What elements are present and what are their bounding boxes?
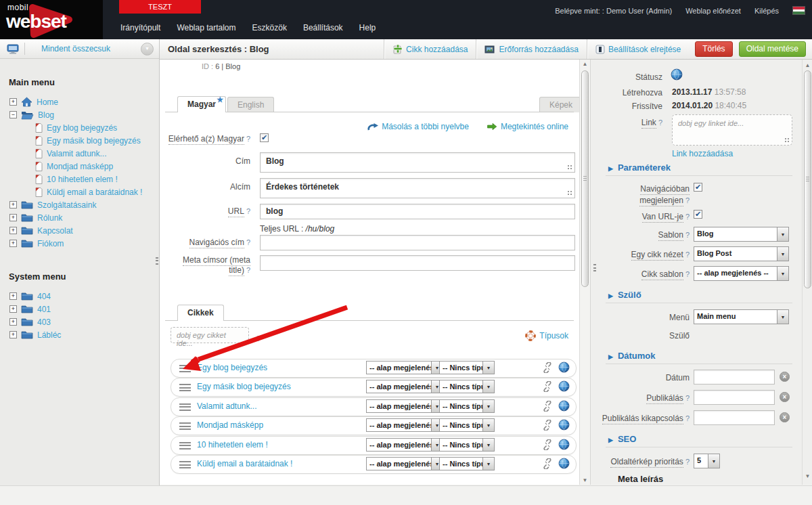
tree-link[interactable]: Lábléc [37,330,61,340]
sidebar-resize-grip[interactable] [156,257,158,266]
drag-handle-icon[interactable] [179,422,191,430]
add-resource-button[interactable]: Erőforrás hozzáadása [476,45,586,54]
show-in-nav-checkbox[interactable]: ✔ [694,183,702,192]
has-url-checkbox[interactable]: ✔ [694,210,702,219]
tab-magyar[interactable]: Magyar ★ [177,96,226,112]
test-badge[interactable]: TESZT [119,0,201,14]
globe-icon[interactable] [558,419,570,431]
expand-toggle[interactable]: + [9,201,17,208]
copy-to-languages-link[interactable]: Másolás a többi nyelvbe [367,122,469,131]
types-link[interactable]: Típusok [525,330,568,341]
expand-toggle[interactable]: + [9,318,17,326]
drag-handle-icon[interactable] [179,442,191,449]
nav-site-content[interactable]: Weblap tartalom [177,23,235,32]
unlink-icon[interactable] [542,439,553,450]
expand-toggle[interactable]: + [9,292,17,300]
section-seo[interactable]: ▶SEO [608,434,636,444]
clear-unpublish-icon[interactable]: × [780,412,790,422]
article-link[interactable]: Mondjad másképp [197,420,263,430]
expand-toggle[interactable]: + [9,98,17,106]
article-dropzone[interactable]: dobj egy cikket ide... [171,327,249,343]
unlink-icon[interactable] [542,381,553,392]
type-select[interactable]: -- Nincs típu▼ [439,361,495,374]
hide-settings-button[interactable]: Beállítások elrejtése [587,45,689,54]
publish-input[interactable] [694,390,775,405]
article-view-select[interactable]: Blog Post▼ [694,246,789,261]
tab-articles[interactable]: Cikkek [177,305,224,321]
article-link[interactable]: 10 hihetetlen elem ! [197,440,268,449]
tree-link[interactable]: Home [37,97,58,107]
add-article-button[interactable]: Cikk hozzáadása [384,44,476,54]
panel-resize-grip[interactable] [593,264,596,273]
save-page-button[interactable]: Oldal mentése [739,41,806,57]
delete-button[interactable]: Törlés [695,41,732,57]
unlink-icon[interactable] [542,401,553,412]
expand-toggle[interactable]: + [9,240,17,247]
tab-images[interactable]: Képek [539,97,583,112]
nav-settings[interactable]: Beállítások [303,23,343,32]
expand-toggle[interactable]: + [9,227,17,234]
collapse-toggle[interactable]: − [9,111,17,118]
globe-icon[interactable] [558,361,570,373]
display-select[interactable]: -- alap megjelenés▼ [366,457,443,470]
display-select[interactable]: -- alap megjelenés▼ [366,399,443,413]
scroll-up-icon[interactable]: ▲ [580,61,590,67]
drag-handle-icon[interactable] [179,461,191,468]
tab-english[interactable]: English [227,97,274,112]
expand-toggle[interactable]: + [9,331,17,338]
unlink-icon[interactable] [542,458,553,469]
type-select[interactable]: -- Nincs típu▼ [439,399,495,413]
available-checkbox[interactable]: ✔ [260,133,269,142]
unpublish-input[interactable] [694,410,775,425]
drag-handle-icon[interactable] [179,365,191,372]
scrollbar-thumb[interactable] [804,70,811,288]
tree-link[interactable]: 404 [37,292,51,301]
date-input[interactable] [694,370,775,385]
article-link[interactable]: Valamit adtunk... [197,401,257,411]
tree-link[interactable]: Egy blog bejegyzés [47,123,117,133]
site-preview-link[interactable]: Weblap előnézet [685,7,741,15]
globe-icon[interactable] [558,400,570,412]
menu-select[interactable]: Main menu▼ [694,309,789,324]
nav-tools[interactable]: Eszközök [252,23,287,32]
unlink-icon[interactable] [542,362,553,373]
nav-dashboard[interactable]: Irányítópult [120,23,160,32]
type-select[interactable]: -- Nincs típu▼ [439,457,495,470]
tree-link[interactable]: 10 hihetetlen elem ! [47,175,118,184]
tree-link[interactable]: Valamit adtunk... [47,149,107,158]
tree-link[interactable]: Küldj email a barátaidnak ! [47,188,142,197]
chevron-down-icon[interactable]: ▼ [141,43,154,56]
collapse-all-link[interactable]: Mindent összecsuk [41,44,110,53]
scrollbar-thumb[interactable] [581,70,589,287]
globe-icon[interactable] [558,439,570,450]
section-parent[interactable]: ▶Szülő [608,290,641,300]
section-dates[interactable]: ▶Dátumok [608,351,656,361]
title-input[interactable]: Blog [260,152,575,173]
article-link[interactable]: Egy másik blog bejegyzés [197,382,291,391]
display-select[interactable]: -- alap megjelenés▼ [366,380,443,393]
article-link[interactable]: Egy blog bejegyzés [197,363,267,372]
expand-toggle[interactable]: + [9,305,17,313]
clear-publish-icon[interactable]: × [780,392,790,402]
resize-grip-icon[interactable] [567,190,572,196]
article-link[interactable]: Küldj email a barátaidnak ! [197,459,292,468]
type-select[interactable]: -- Nincs típu▼ [439,438,495,452]
tree-link[interactable]: Szolgáltatásaink [37,200,96,210]
globe-icon[interactable] [558,458,570,469]
display-select[interactable]: -- alap megjelenés▼ [366,361,443,374]
display-select[interactable]: -- alap megjelenés▼ [366,418,443,432]
resize-grip-icon[interactable] [567,164,572,170]
type-select[interactable]: -- Nincs típu▼ [439,380,495,393]
tree-link[interactable]: Rólunk [37,213,62,223]
url-input[interactable]: blog [260,204,575,219]
link-dropzone[interactable]: dobj egy linket ide... [672,114,792,146]
drag-handle-icon[interactable] [179,384,191,391]
hungarian-flag-icon[interactable] [792,6,805,15]
globe-icon[interactable] [558,380,570,392]
unlink-icon[interactable] [542,420,553,431]
nav-title-input[interactable] [260,235,575,250]
clear-date-icon[interactable]: × [780,372,790,382]
expand-toggle[interactable]: + [9,214,17,221]
tree-link[interactable]: Kapcsolat [37,226,73,236]
type-select[interactable]: -- Nincs típu▼ [439,418,495,432]
